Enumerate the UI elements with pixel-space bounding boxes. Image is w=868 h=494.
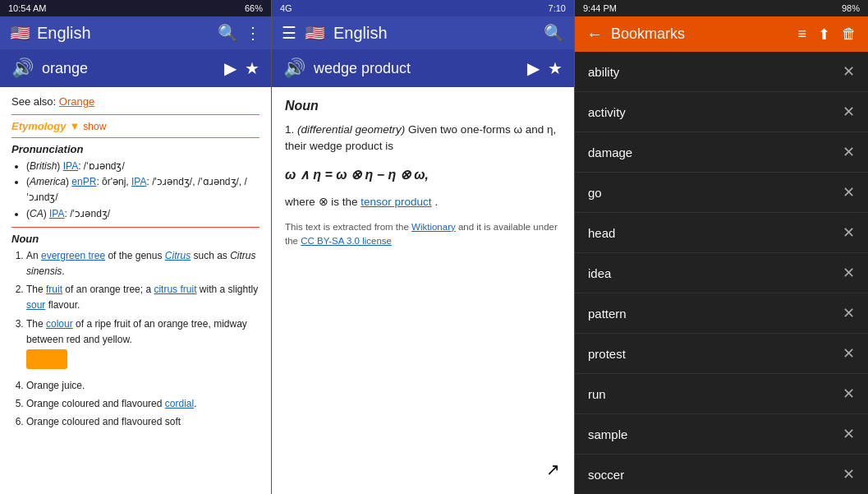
battery-1: 66% [245, 3, 263, 13]
play-icon-2[interactable]: ▶ [527, 58, 540, 78]
etymology-show-link[interactable]: show [83, 121, 106, 132]
remove-bookmark-icon[interactable]: ✕ [843, 103, 855, 121]
bookmark-word: run [588, 387, 606, 401]
flag-icon-1: 🇺🇸 [10, 23, 30, 43]
content-2: Noun 1. (differential geometry) Given tw… [272, 87, 574, 494]
pron-item-american: (America) enPR: ŏr'ənj, IPA: /ˈɔɹəndʒ/, … [26, 174, 259, 205]
bookmark-list: ability ✕ activity ✕ damage ✕ go ✕ head … [575, 52, 868, 494]
word-bar-1: 🔊 orange ▶ ★ [0, 49, 271, 87]
remove-bookmark-icon[interactable]: ✕ [843, 264, 855, 282]
noun-heading-2: Noun [285, 99, 561, 113]
where-before: where ⊗ is the [285, 196, 358, 208]
list-item: An evergreen tree of the genus Citrus su… [26, 248, 259, 279]
content-1: See also: Orange Etymology ▼ show Pronun… [0, 87, 271, 494]
list-item[interactable]: soccer ✕ [575, 455, 868, 494]
def-italic: (differential geometry) [297, 123, 405, 136]
noun-list-1: An evergreen tree of the genus Citrus su… [11, 248, 259, 431]
cordial-link[interactable]: cordial [165, 398, 194, 409]
share-fab[interactable]: ↗ [546, 459, 560, 479]
see-also: See also: Orange [11, 95, 259, 108]
etymology-label: Etymology [11, 120, 66, 132]
math-formula: ω ∧ η = ω ⊗ η − η ⊗ ω, [285, 164, 561, 186]
remove-bookmark-icon[interactable]: ✕ [843, 304, 855, 322]
status-bar-1: 10:54 AM 66% [0, 0, 271, 16]
menu-icon-2[interactable]: ☰ [282, 23, 296, 43]
see-also-link[interactable]: Orange [59, 95, 94, 108]
citrus-link[interactable]: Citrus [165, 250, 191, 261]
panel-bookmarks: 9:44 PM 98% ← Bookmarks ≡ ⬆ 🗑 ability ✕ … [575, 0, 868, 494]
remove-bookmark-icon[interactable]: ✕ [843, 425, 855, 443]
definition-1: 1. (differential geometry) Given two one… [285, 122, 561, 155]
remove-bookmark-icon[interactable]: ✕ [843, 465, 855, 483]
list-item[interactable]: damage ✕ [575, 132, 868, 173]
panel-wedge-product: 4G 7:10 ☰ 🇺🇸 English 🔍 🔊 wedge product ▶… [271, 0, 575, 494]
where-text: where ⊗ is the tensor product . [285, 194, 561, 210]
color-swatch [26, 349, 67, 369]
wiktionary-link[interactable]: Wiktionary [411, 222, 456, 232]
list-item: Orange coloured and flavoured soft [26, 414, 259, 430]
list-item[interactable]: idea ✕ [575, 253, 868, 293]
divider-3 [11, 227, 259, 228]
remove-bookmark-icon[interactable]: ✕ [843, 62, 855, 81]
share-icon-3[interactable]: ⬆ [818, 25, 830, 44]
list-item: The fruit of an orange tree; a citrus fr… [26, 282, 259, 313]
app-bar-2: ☰ 🇺🇸 English 🔍 [272, 16, 574, 49]
more-icon-1[interactable]: ⋮ [245, 23, 261, 43]
bookmark-word: head [588, 226, 615, 240]
remove-bookmark-icon[interactable]: ✕ [843, 385, 855, 403]
remove-bookmark-icon[interactable]: ✕ [843, 143, 855, 161]
remove-bookmark-icon[interactable]: ✕ [843, 344, 855, 362]
list-item[interactable]: head ✕ [575, 213, 868, 253]
list-item[interactable]: pattern ✕ [575, 293, 868, 334]
speaker-icon-1[interactable]: 🔊 [11, 58, 34, 79]
source-before: This text is extracted from the [285, 222, 409, 232]
remove-bookmark-icon[interactable]: ✕ [843, 183, 855, 201]
list-item[interactable]: activity ✕ [575, 92, 868, 132]
bookmark-word: idea [588, 266, 611, 280]
search-icon-1[interactable]: 🔍 [218, 23, 238, 43]
star-icon-2[interactable]: ★ [548, 58, 563, 78]
sour-link[interactable]: sour [26, 299, 45, 311]
colour-link[interactable]: colour [46, 318, 73, 330]
sort-icon[interactable]: ≡ [797, 25, 806, 44]
bookmark-actions: ≡ ⬆ 🗑 [797, 25, 857, 44]
pron-region-ca: CA [30, 208, 44, 219]
status-bar-2: 4G 7:10 [272, 0, 574, 16]
def-num: 1. [285, 123, 297, 136]
back-icon-3[interactable]: ← [586, 25, 603, 44]
word-bar-2: 🔊 wedge product ▶ ★ [272, 49, 574, 87]
list-item[interactable]: sample ✕ [575, 414, 868, 455]
evergreen-link[interactable]: evergreen tree [41, 250, 105, 261]
play-icon-1[interactable]: ▶ [224, 58, 237, 78]
cc-license-link[interactable]: CC BY-SA 3.0 license [301, 236, 392, 246]
etymology-arrow: ▼ [69, 120, 80, 132]
list-item[interactable]: protest ✕ [575, 334, 868, 374]
bookmark-word: sample [588, 427, 627, 441]
enpr-link[interactable]: enPR [71, 176, 96, 187]
ipa-link-2[interactable]: IPA [131, 176, 146, 187]
noun-title-1: Noun [11, 233, 259, 245]
remove-bookmark-icon[interactable]: ✕ [843, 224, 855, 242]
ipa-link-3[interactable]: IPA [49, 208, 64, 219]
search-icon-2[interactable]: 🔍 [544, 23, 564, 43]
signal-2: 4G [280, 3, 292, 13]
list-item[interactable]: ability ✕ [575, 52, 868, 92]
bookmark-word: protest [588, 347, 626, 361]
time-1: 10:54 AM [8, 3, 46, 13]
see-also-label: See also: [11, 95, 56, 108]
star-icon-1[interactable]: ★ [245, 58, 259, 78]
delete-icon[interactable]: 🗑 [842, 25, 857, 44]
speaker-icon-2[interactable]: 🔊 [283, 58, 305, 79]
pron-item-ca: (CA) IPA: /ˈɔɹəndʒ/ [26, 206, 259, 222]
list-item[interactable]: run ✕ [575, 374, 868, 414]
tensor-product-link[interactable]: tensor product [361, 196, 431, 208]
bookmark-word: ability [588, 65, 619, 79]
time-2: 7:10 [549, 3, 566, 13]
list-item[interactable]: go ✕ [575, 173, 868, 213]
citrus-fruit-link[interactable]: citrus fruit [154, 284, 196, 295]
fruit-link[interactable]: fruit [46, 284, 62, 295]
word-label-1: orange [42, 60, 216, 77]
app-bar-1: 🇺🇸 English 🔍 ⋮ [0, 16, 271, 49]
etymology-section: Etymology ▼ show [11, 120, 259, 132]
ipa-link-1[interactable]: IPA [63, 160, 78, 172]
